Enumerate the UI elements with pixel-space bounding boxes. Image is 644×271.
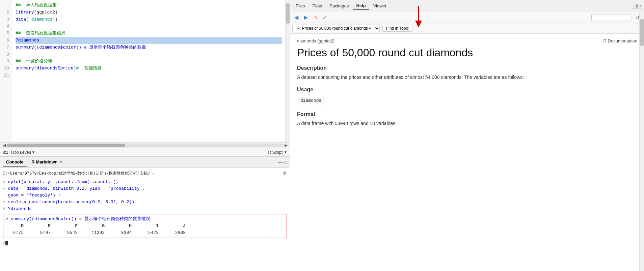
hscroll-left-btn[interactable]: ◀	[1, 143, 7, 148]
code-line: summary(diamonds$price)# 基础预览	[16, 65, 282, 72]
console-path: C:/Users/97679/Desktop/优达学城-数据分析(进阶)/探索性…	[3, 170, 287, 177]
result-value-cell: 9797	[34, 230, 51, 236]
result-value-cell: 11292	[88, 230, 105, 236]
nav-tab-help[interactable]: Help	[353, 2, 369, 10]
editor-area: 1234567891011 ## 导入钻石数据集library(ggplot2)…	[0, 0, 290, 156]
hscroll-right-btn[interactable]: ▶	[283, 143, 289, 148]
line-number: 8	[3, 51, 9, 58]
help-home-btn[interactable]: ⌂	[311, 13, 319, 22]
editor-vscroll[interactable]	[285, 0, 290, 142]
nav-tab-plots[interactable]: Plots	[309, 2, 325, 10]
console-minimize-icon[interactable]: —	[278, 160, 283, 165]
code-line: ## 查看钻石数据集信息	[16, 30, 282, 37]
doc-package-line: diamonds {ggplot2} R Documentation	[297, 38, 637, 43]
console-tab-console[interactable]: Console	[3, 158, 27, 167]
code-line	[16, 23, 282, 30]
file-type: R Script	[268, 150, 283, 155]
nav-maximize-btn[interactable]: □	[637, 4, 642, 8]
help-vscroll-thumb	[640, 19, 644, 46]
doc-section-usage-heading: Usage	[297, 87, 637, 93]
result-header-cell: G	[88, 223, 105, 230]
help-back-btn[interactable]: ◀	[292, 13, 300, 22]
code-line: data('diamonds')	[16, 16, 282, 23]
editor-hscroll[interactable]: ◀ ▶	[0, 142, 290, 148]
line-number: 1	[3, 2, 9, 9]
console-result-headers: DEFGHIJ	[5, 223, 285, 230]
nav-window-controls: — □	[632, 4, 642, 8]
result-value-cell: 6775	[7, 230, 24, 236]
console-result-values: 67759797954211292830454222808	[5, 230, 285, 236]
console-tab-rmarkdown[interactable]: R Markdown ✕	[28, 158, 65, 167]
hscroll-thumb	[7, 144, 125, 147]
line-number: 11	[3, 72, 9, 79]
right-panel: Files Plots Packages Help Viewer — □ ◀ ▶…	[290, 0, 644, 271]
status-left: 8:1 (Top Level) ▼	[3, 150, 35, 155]
doc-section-description-heading: Description	[297, 65, 637, 71]
code-line: summary((diamonds$color)) # 显示每个钻石颜色种类的数…	[16, 44, 282, 51]
help-toolbar-bottom: R: Prices of 50,000 round cut diamonds ▾…	[290, 23, 644, 34]
result-value-cell: 2808	[169, 230, 186, 236]
console-line: > qplot(x=carat, y=..count../sum(..count…	[3, 179, 287, 185]
result-header-cell: D	[7, 223, 24, 230]
nav-tab-files[interactable]: Files	[292, 2, 308, 10]
nav-tab-packages[interactable]: Packages	[326, 2, 352, 10]
console-line: + scale_x_continuous(breaks = seq(0.2, 5…	[3, 199, 287, 206]
cursor-position: 8:1	[3, 150, 8, 155]
result-value-cell: 8304	[115, 230, 132, 236]
find-in-topic-btn[interactable]: Find in Topic	[382, 25, 412, 32]
code-line: ## 导入钻石数据集	[16, 2, 282, 9]
console-maximize-icon[interactable]: □	[285, 160, 287, 165]
help-forward-btn[interactable]: ▶	[302, 13, 310, 22]
console-line: + geom = 'freqpoly') +	[3, 192, 287, 199]
help-toolbar-top: ◀ ▶ ⌂ ⤢ ↺	[290, 12, 644, 23]
doc-section-usage-code: diamonds	[297, 97, 325, 104]
code-line: library(ggplot2)	[16, 9, 282, 16]
status-right: R Script ▼	[268, 150, 287, 155]
doc-section-format-body: A data frame with 53940 rows and 10 vari…	[297, 120, 637, 127]
help-vscroll[interactable]	[639, 12, 644, 271]
help-content[interactable]: diamonds {ggplot2} R Documentation Price…	[290, 34, 644, 271]
line-numbers: 1234567891011	[0, 0, 12, 142]
nav-minimize-btn[interactable]: —	[632, 4, 637, 8]
right-nav: Files Plots Packages Help Viewer — □	[290, 0, 644, 12]
console-body[interactable]: C:/Users/97679/Desktop/优达学城-数据分析(进阶)/探索性…	[0, 168, 290, 271]
console-lines: > qplot(x=carat, y=..count../sum(..count…	[3, 179, 287, 213]
result-header-cell: F	[61, 223, 78, 230]
left-panel: 1234567891011 ## 导入钻石数据集library(ggplot2)…	[0, 0, 290, 271]
doc-package-name: diamonds {ggplot2}	[297, 38, 334, 43]
help-external-btn[interactable]: ⤢	[321, 13, 329, 22]
result-header-cell: H	[115, 223, 132, 230]
console-line: + data = diamonds, binwidth=0.2, ylab = …	[3, 185, 287, 192]
code-line	[16, 72, 282, 79]
hscroll-track	[7, 144, 283, 147]
console-header: Console R Markdown ✕ — □	[0, 157, 290, 168]
line-number: 2	[3, 9, 9, 16]
help-toolbar-bottom-wrapper: R: Prices of 50,000 round cut diamonds ▾…	[290, 23, 644, 34]
console-path-icon[interactable]: ⇗	[152, 171, 154, 177]
console-icons: — □	[278, 160, 287, 165]
topic-dropdown[interactable]: R: Prices of 50,000 round cut diamonds ▾	[292, 25, 380, 32]
line-number: 4	[3, 23, 9, 30]
nav-tab-viewer[interactable]: Viewer	[370, 2, 390, 10]
rmarkdown-close-btn[interactable]: ✕	[59, 160, 62, 164]
doc-title: Prices of 50,000 round cut diamonds	[297, 46, 637, 59]
line-number: 10	[3, 65, 9, 72]
result-value-cell: 9542	[61, 230, 78, 236]
code-area[interactable]: ## 导入钻石数据集library(ggplot2)data('diamonds…	[12, 0, 285, 142]
level-indicator: (Top Level) ▼	[11, 150, 35, 155]
editor-statusbar: 8:1 (Top Level) ▼ R Script ▼	[0, 148, 290, 156]
help-search-input[interactable]	[591, 14, 632, 21]
console-cursor	[5, 241, 8, 245]
editor-content: 1234567891011 ## 导入钻石数据集library(ggplot2)…	[0, 0, 290, 142]
console-prompt-line[interactable]: >	[3, 240, 287, 246]
line-number: 9	[3, 58, 9, 65]
doc-right-label: R Documentation	[603, 38, 637, 43]
line-number: 3	[3, 16, 9, 23]
code-line: ?diamonds	[16, 37, 282, 44]
console-panel: Console R Markdown ✕ — □ C:/Users/97679/…	[0, 156, 290, 271]
result-header-cell: E	[34, 223, 51, 230]
result-value-cell: 5422	[142, 230, 159, 236]
console-clear-icon[interactable]: 🗑	[283, 170, 287, 177]
line-number: 7	[3, 44, 9, 51]
line-number: 6	[3, 37, 9, 44]
